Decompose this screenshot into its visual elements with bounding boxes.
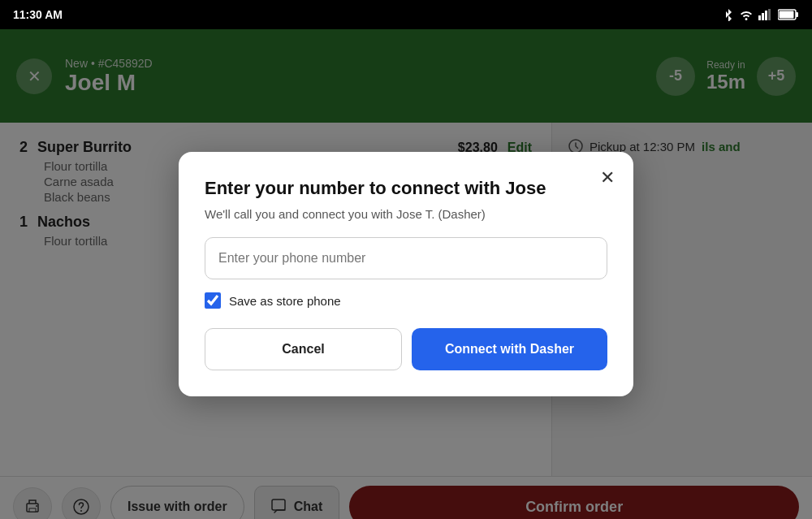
modal-title: Enter your number to connect with Jose [205,178,607,199]
modal-close-button[interactable]: ✕ [594,165,620,191]
checkbox-label: Save as store phone [229,294,341,308]
connect-button[interactable]: Connect with Dasher [412,328,607,370]
modal-actions: Cancel Connect with Dasher [205,328,607,370]
status-bar: 11:30 AM [0,0,812,29]
bluetooth-icon [723,8,734,21]
phone-input[interactable] [205,237,607,279]
svg-rect-6 [780,11,794,19]
save-phone-checkbox[interactable] [205,292,221,309]
time: 11:30 AM [13,8,63,21]
checkbox-row: Save as store phone [205,292,607,309]
cancel-button[interactable]: Cancel [205,328,402,370]
battery-icon [778,9,799,20]
status-icons [723,8,799,21]
svg-rect-1 [762,13,764,20]
svg-rect-2 [765,11,767,20]
svg-rect-3 [768,9,771,20]
signal-icon [758,9,773,20]
modal-subtitle: We'll call you and connect you with Jose… [205,207,607,221]
svg-rect-5 [796,12,798,17]
modal-overlay: ✕ Enter your number to connect with Jose… [0,29,812,519]
app-container: ✕ New • #C45892D Joel M -5 Ready in 15m … [0,29,812,519]
modal: ✕ Enter your number to connect with Jose… [179,152,633,396]
svg-rect-0 [758,15,761,20]
wifi-icon [739,9,754,20]
